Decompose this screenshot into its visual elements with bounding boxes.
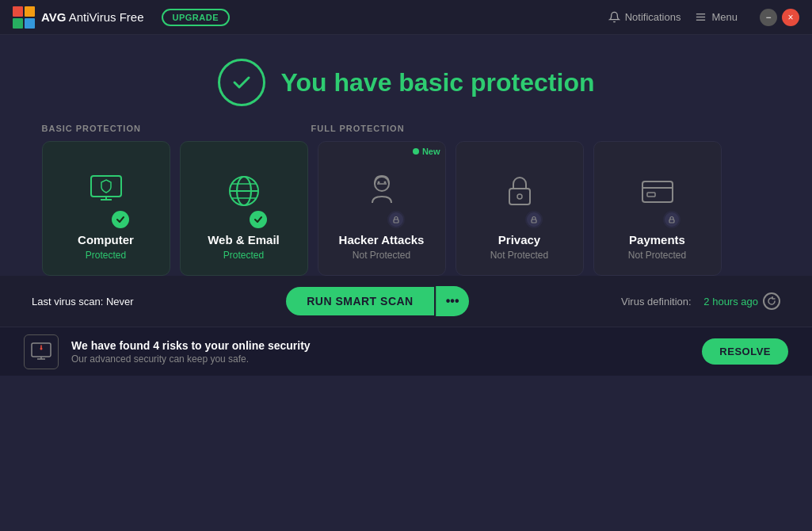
scan-more-options-button[interactable]: •••: [436, 286, 469, 316]
app-logo: AVG AntiVirus Free UPGRADE: [13, 6, 230, 29]
card-web-email[interactable]: Web & Email Protected: [180, 141, 308, 276]
computer-card-label: Computer: [78, 233, 134, 246]
svg-rect-26: [669, 220, 674, 223]
payments-icon: [636, 170, 679, 212]
privacy-card-label: Privacy: [498, 233, 540, 246]
bottom-bar: Last virus scan: Never RUN SMART SCAN ••…: [0, 276, 812, 327]
privacy-card-status: Not Protected: [490, 250, 548, 261]
computer-icon: [85, 170, 128, 212]
svg-rect-25: [647, 193, 655, 197]
svg-point-21: [517, 194, 522, 199]
payments-lock-badge: [663, 211, 680, 228]
avg-logo-icon: [13, 6, 35, 29]
hacker-lock-badge: [387, 211, 405, 228]
svg-point-17: [377, 181, 379, 183]
svg-point-18: [383, 181, 386, 183]
payments-card-status: Not Protected: [628, 250, 686, 261]
refresh-icon: [767, 296, 776, 306]
upgrade-button[interactable]: UPGRADE: [162, 9, 231, 26]
titlebar-right: Notifications Menu − ×: [608, 9, 799, 26]
basic-protection-label: BASIC PROTECTION: [42, 124, 311, 133]
main-content: You have basic protection BASIC PROTECTI…: [0, 35, 812, 531]
hacker-icon-area: [360, 155, 403, 227]
web-email-card-status: Protected: [223, 250, 264, 261]
hero-section: You have basic protection: [218, 35, 595, 124]
card-privacy[interactable]: Privacy Not Protected: [456, 141, 584, 276]
svg-rect-0: [13, 6, 23, 17]
card-computer[interactable]: Computer Protected: [42, 141, 170, 276]
payments-card-label: Payments: [629, 233, 685, 246]
web-email-card-label: Web & Email: [208, 233, 280, 246]
alert-title: We have found 4 risks to your online sec…: [71, 339, 702, 352]
hacker-card-status: Not Protected: [353, 250, 410, 261]
protection-labels: BASIC PROTECTION FULL PROTECTION: [42, 124, 771, 133]
hero-text: You have basic protection: [281, 68, 595, 97]
menu-icon: [695, 11, 707, 23]
svg-rect-22: [532, 220, 536, 223]
computer-card-status: Protected: [86, 250, 126, 261]
protection-area: BASIC PROTECTION FULL PROTECTION: [34, 124, 779, 276]
svg-rect-20: [509, 189, 530, 204]
checkmark-icon: [231, 71, 253, 94]
privacy-icon-area: [498, 155, 541, 227]
privacy-lock-badge: [525, 211, 543, 228]
web-email-icon-area: [223, 155, 265, 227]
svg-rect-23: [642, 181, 673, 202]
alert-bar: We have found 4 risks to your online sec…: [0, 327, 812, 376]
virus-definition-info: Virus definition: 2 hours ago: [621, 292, 780, 310]
web-email-icon: [223, 170, 265, 212]
svg-rect-3: [25, 18, 35, 29]
minimize-button[interactable]: −: [760, 9, 777, 26]
protection-status-icon: [218, 59, 265, 106]
close-button[interactable]: ×: [782, 9, 799, 26]
refresh-definition-button[interactable]: [763, 292, 780, 310]
hacker-icon: [360, 170, 403, 212]
cards-row: Computer Protected Web: [42, 141, 771, 276]
new-badge: New: [413, 147, 440, 156]
computer-icon-area: [85, 155, 128, 227]
scan-button-area: RUN SMART SCAN •••: [286, 286, 468, 316]
card-hacker-attacks[interactable]: New: [318, 141, 446, 276]
payments-icon-area: [636, 155, 679, 227]
titlebar: AVG AntiVirus Free UPGRADE Notifications…: [0, 0, 812, 35]
app-name: AVG AntiVirus Free: [41, 10, 144, 24]
hero-row: You have basic protection: [218, 59, 595, 106]
resolve-button[interactable]: RESOLVE: [702, 338, 788, 365]
web-check-badge: [250, 211, 267, 228]
svg-rect-1: [25, 6, 35, 17]
run-smart-scan-button[interactable]: RUN SMART SCAN: [286, 287, 434, 315]
svg-rect-7: [91, 176, 121, 197]
alert-icon-wrap: [24, 334, 59, 369]
last-scan-info: Last virus scan: Never: [32, 296, 134, 308]
privacy-icon: [498, 170, 541, 212]
svg-rect-2: [13, 18, 23, 29]
alert-subtitle: Our advanced security can keep you safe.: [71, 353, 702, 365]
full-protection-label: FULL PROTECTION: [311, 124, 405, 133]
alert-monitor-icon: [29, 340, 53, 364]
notifications-button[interactable]: Notifications: [608, 11, 681, 23]
hacker-card-label: Hacker Attacks: [339, 233, 425, 246]
card-payments[interactable]: Payments Not Protected: [593, 141, 722, 276]
menu-button[interactable]: Menu: [695, 11, 738, 23]
window-controls: − ×: [760, 9, 799, 26]
svg-rect-19: [394, 220, 398, 223]
bell-icon: [608, 11, 620, 23]
computer-check-badge: [112, 211, 129, 228]
alert-text: We have found 4 risks to your online sec…: [71, 339, 702, 365]
new-dot: [413, 148, 419, 155]
